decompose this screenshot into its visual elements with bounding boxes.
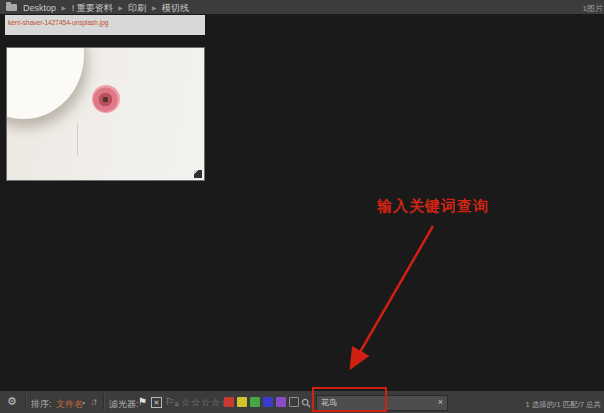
item-count-label: 1图片 (583, 3, 603, 14)
breadcrumb-separator-icon: ▶ (62, 5, 67, 11)
selection-status-text: 1 选择的/1 匹配/7 总共 (526, 400, 601, 410)
sort-by-dropdown[interactable]: 文件名 (56, 398, 83, 411)
gear-icon[interactable]: ⚙ (7, 395, 17, 408)
breadcrumb-separator-icon: ▶ (118, 5, 123, 11)
folder-icon (6, 4, 17, 11)
bridge-window: Desktop ▶ ! 重要资料 ▶ 印刷 ▶ 模切线 1图片 kerri-sh… (0, 0, 604, 413)
flower-shape (92, 85, 120, 113)
flag-approved-icon[interactable]: ⚑ (138, 396, 147, 407)
breadcrumb-item-diecut[interactable]: 模切线 (162, 3, 189, 13)
flag-reject-icon[interactable]: ✕ (151, 397, 162, 408)
chevron-down-icon[interactable]: ▼ (81, 400, 86, 406)
clear-search-icon[interactable]: × (438, 397, 443, 407)
path-bar: Desktop ▶ ! 重要资料 ▶ 印刷 ▶ 模切线 1图片 (0, 0, 604, 15)
card-edge-line (77, 123, 78, 156)
label-swatch-purple[interactable] (276, 397, 286, 407)
label-swatch-red[interactable] (224, 397, 234, 407)
annotation-highlight-rect (312, 387, 387, 412)
sort-label: 排序: (31, 398, 52, 411)
search-icon (301, 398, 311, 408)
plate-shape (6, 47, 84, 119)
label-swatch-yellow[interactable] (237, 397, 247, 407)
label-swatch-green[interactable] (250, 397, 260, 407)
status-bar: ⚙ 排序: 文件名 ▼ ↓↑ 滤光器: ⚑ ✕ ⚐ ≥ ☆☆☆☆☆ × 1 选择… (0, 390, 604, 413)
selected-thumbnail-name-cell[interactable]: kerri-shaver-1427454-unsplash.jpg (5, 15, 205, 35)
greater-equal-icon: ≥ (175, 400, 179, 407)
separator (103, 394, 105, 410)
annotation-text: 输入关键词查询 (377, 197, 489, 216)
content-area: kerri-shaver-1427454-unsplash.jpg 输入关键词查… (0, 14, 604, 390)
sort-direction-button[interactable]: ↓↑ (90, 396, 98, 407)
breadcrumb-separator-icon: ▶ (152, 5, 157, 11)
breadcrumb-item-important[interactable]: ! 重要资料 (72, 3, 113, 13)
breadcrumb-item-print[interactable]: 印刷 (128, 3, 146, 13)
arrow-up-icon: ↑ (93, 396, 98, 407)
label-swatch-none[interactable] (289, 397, 299, 407)
page-corner-icon (194, 170, 202, 178)
breadcrumb-item-desktop[interactable]: Desktop (23, 3, 56, 13)
separator (25, 394, 27, 410)
label-swatch-blue[interactable] (263, 397, 273, 407)
flag-unflagged-icon[interactable]: ⚐ (165, 396, 174, 407)
thumbnail-image[interactable] (6, 47, 205, 181)
thumbnail-filename: kerri-shaver-1427454-unsplash.jpg (8, 19, 108, 26)
filter-label: 滤光器: (109, 398, 139, 411)
